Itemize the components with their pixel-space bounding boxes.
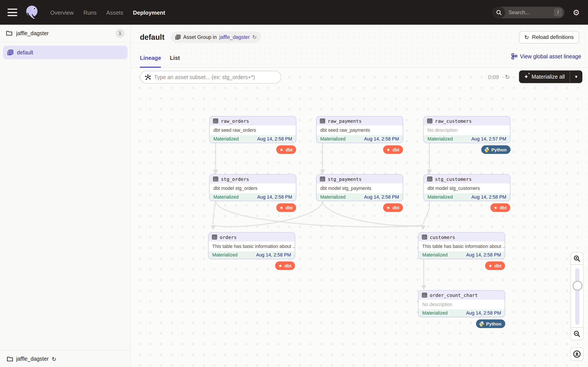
asset-status-bar: Materialized Aug 14, 2:57 PM	[424, 135, 510, 143]
asset-status-bar: Materialized Aug 14, 2:58 PM	[209, 135, 296, 143]
asset-node-header: raw_customers	[424, 117, 510, 125]
zoom-slider-handle[interactable]	[572, 281, 582, 291]
dbt-badge-raw_payments[interactable]: ✦dbt	[383, 145, 403, 154]
dbt-badge-orders[interactable]: ✦dbt	[275, 261, 295, 270]
materialize-dropdown-caret[interactable]: ▼	[570, 75, 582, 79]
asset-node-stg_customers[interactable]: stg_customers dbt model stg_customers Ma…	[423, 174, 510, 201]
python-badge-raw_customers[interactable]: Python	[481, 145, 510, 154]
nav-assets[interactable]: Assets	[106, 9, 123, 16]
asset-subset-icon	[145, 74, 151, 80]
asset-node-raw_customers[interactable]: raw_customers No description Materialize…	[423, 116, 510, 143]
search-input[interactable]: Search... /	[493, 7, 564, 18]
zoom-in-button[interactable]	[570, 252, 583, 265]
sidebar: jaffle_dagster 1 default jaffle_dagster …	[0, 25, 131, 367]
nav-deployment[interactable]: Deployment	[133, 9, 165, 16]
primary-nav: Overview Runs Assets Deployment	[50, 9, 165, 16]
sidebar-item-label: default	[17, 49, 33, 55]
top-navigation-bar: Overview Runs Assets Deployment Search..…	[0, 0, 588, 25]
dbt-icon: ✦	[493, 204, 499, 211]
asset-node-header: order_count_chart	[418, 291, 505, 300]
asset-node-stg_orders[interactable]: stg_orders dbt model stg_orders Material…	[209, 174, 296, 201]
asset-status-bar: Materialized Aug 14, 2:58 PM	[208, 251, 295, 259]
materialized-timestamp[interactable]: Aug 14, 2:58 PM	[364, 194, 399, 200]
asset-group-icon	[175, 34, 181, 40]
sidebar-item-default-group[interactable]: default	[3, 46, 128, 59]
main-content: default Asset Group in jaffle_dagster ↻ …	[131, 25, 588, 367]
view-global-asset-lineage-link[interactable]: View global asset lineage	[511, 53, 581, 59]
table-icon	[212, 234, 217, 240]
breadcrumb-repo-link[interactable]: jaffle_dagster	[219, 34, 250, 40]
asset-node-stg_payments[interactable]: stg_payments dbt model stg_payments Mate…	[316, 174, 403, 201]
zoom-slider-track[interactable]	[575, 268, 579, 325]
asset-description: dbt seed raw_payments	[317, 125, 403, 135]
materialized-timestamp[interactable]: Aug 14, 2:58 PM	[257, 136, 292, 142]
asset-node-customers[interactable]: customers This table has basic informati…	[418, 232, 505, 259]
asset-name: stg_payments	[328, 176, 362, 182]
materialized-timestamp[interactable]: Aug 14, 2:58 PM	[257, 194, 292, 200]
materialized-timestamp[interactable]: Aug 14, 2:57 PM	[471, 136, 506, 142]
asset-name: stg_orders	[221, 176, 249, 182]
asset-name: order_count_chart	[430, 292, 478, 298]
materialized-status: Materialized	[320, 194, 346, 200]
dbt-badge-raw_orders[interactable]: ✦dbt	[276, 145, 296, 154]
asset-node-order_count_chart[interactable]: order_count_chart No description Materia…	[418, 290, 505, 317]
materialized-status: Materialized	[212, 252, 238, 258]
tab-list[interactable]: List	[170, 48, 180, 67]
asset-name: orders	[220, 234, 237, 240]
asset-subset-input[interactable]: Type an asset subset... (ex: stg_orders+…	[140, 71, 281, 83]
refresh-icon[interactable]: ↻	[52, 356, 56, 362]
nav-overview[interactable]: Overview	[50, 9, 74, 16]
dbt-badge-customers[interactable]: ✦dbt	[485, 261, 505, 270]
sidebar-repo-row[interactable]: jaffle_dagster 1	[0, 25, 130, 42]
dbt-icon: ✦	[385, 204, 391, 211]
dbt-badge-stg_payments[interactable]: ✦dbt	[383, 203, 403, 212]
asset-node-raw_orders[interactable]: raw_orders dbt seed raw_orders Materiali…	[209, 116, 296, 143]
asset-node-raw_payments[interactable]: raw_payments dbt seed raw_payments Mater…	[316, 116, 403, 143]
dbt-icon: ✦	[277, 262, 284, 269]
materialize-all-button[interactable]: ✦ Materialize all ▼	[519, 70, 582, 83]
materialized-timestamp[interactable]: Aug 14, 2:58 PM	[471, 194, 506, 200]
asset-node-header: stg_payments	[317, 175, 403, 184]
dbt-badge-stg_orders[interactable]: ✦dbt	[276, 203, 296, 212]
hamburger-menu-icon[interactable]	[8, 8, 17, 16]
refresh-icon[interactable]: ↻	[252, 34, 257, 40]
asset-status-bar: Materialized Aug 14, 2:58 PM	[317, 135, 403, 143]
nav-runs[interactable]: Runs	[83, 9, 96, 16]
materialized-timestamp[interactable]: Aug 14, 2:58 PM	[256, 252, 291, 258]
materialized-status: Materialized	[422, 310, 448, 316]
refresh-icon[interactable]: ↻	[505, 73, 510, 80]
dbt-badge-stg_customers[interactable]: ✦dbt	[490, 203, 510, 212]
asset-name: raw_customers	[435, 118, 472, 124]
asset-name: stg_customers	[435, 176, 472, 182]
download-image-button[interactable]	[570, 347, 583, 361]
asset-status-bar: Materialized Aug 14, 2:58 PM	[209, 193, 296, 201]
asset-node-header: stg_orders	[209, 175, 296, 184]
materialized-timestamp[interactable]: Aug 14, 2:58 PM	[466, 252, 501, 258]
materialized-status: Materialized	[422, 252, 448, 258]
asset-group-breadcrumb: Asset Group in jaffle_dagster ↻	[170, 32, 261, 43]
tab-lineage[interactable]: Lineage	[140, 48, 161, 67]
reload-definitions-button[interactable]: ↻ Reload definitions	[519, 31, 579, 43]
search-placeholder: Search...	[509, 9, 554, 15]
asset-status-bar: Materialized Aug 14, 2:58 PM	[418, 309, 505, 317]
asset-node-orders[interactable]: orders This table has basic information …	[208, 232, 295, 259]
repo-count-badge: 1	[115, 29, 124, 38]
python-badge-order_count_chart[interactable]: Python	[476, 319, 505, 328]
asset-name: raw_orders	[221, 118, 249, 124]
lineage-graph-canvas[interactable]: Type an asset subset... (ex: stg_orders+…	[131, 68, 588, 367]
zoom-slider[interactable]	[570, 264, 583, 328]
dagster-logo-icon[interactable]	[24, 4, 41, 21]
page-title: default	[140, 33, 164, 41]
materialized-timestamp[interactable]: Aug 14, 2:58 PM	[364, 136, 399, 142]
dbt-icon: ✦	[278, 204, 285, 211]
folder-icon	[6, 30, 12, 36]
asset-description: No description	[418, 300, 505, 309]
table-icon	[422, 234, 427, 240]
dbt-icon: ✦	[385, 146, 391, 153]
table-icon	[320, 118, 325, 124]
materialized-timestamp[interactable]: Aug 14, 2:58 PM	[466, 310, 501, 316]
settings-gear-icon[interactable]: ⚙	[573, 8, 580, 17]
asset-group-icon	[7, 49, 14, 56]
zoom-out-button[interactable]	[570, 327, 583, 340]
asset-description: No description	[424, 125, 510, 135]
